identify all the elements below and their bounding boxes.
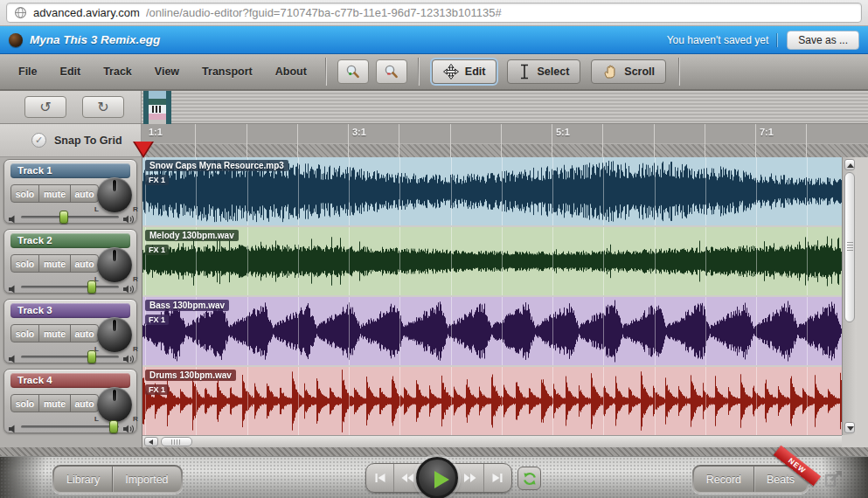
volume-min-icon [9, 281, 17, 297]
skip-start-icon [374, 473, 386, 483]
bottom-dock: Library Imported [0, 456, 868, 498]
pan-left-label: L [94, 415, 99, 423]
export-button[interactable] [823, 468, 845, 489]
ruler-tick [755, 124, 756, 157]
record-button[interactable]: Record [694, 467, 753, 492]
up-arrow-icon [847, 163, 854, 168]
fast-forward-button[interactable] [456, 464, 484, 492]
ruler-tick [806, 124, 807, 157]
solo-button[interactable]: solo [10, 324, 39, 342]
ruler-tick [195, 124, 196, 157]
waveform-lanes-column: Drums 130bpm.wavFX 1Bass 130bpm.wavFX 1M… [142, 157, 868, 447]
track-buttons: solomuteauto [10, 394, 99, 412]
ruler-label: 7:1 [760, 127, 774, 137]
audio-clip-lane[interactable]: Bass 130bpm.wavFX 1 [142, 297, 842, 365]
redo-button[interactable] [82, 96, 124, 118]
volume-handle[interactable] [87, 280, 96, 294]
minimap-track4-stripe [149, 114, 166, 120]
scroll-down-button[interactable] [844, 422, 855, 433]
snap-to-grid-checkbox[interactable] [31, 133, 46, 148]
auto-button[interactable]: auto [70, 184, 99, 203]
track-header: Track 2solomuteautoLR [3, 229, 137, 294]
menu-view[interactable]: View [143, 60, 191, 83]
track-title[interactable]: Track 3 [10, 303, 130, 318]
myna-bird-icon [9, 33, 23, 47]
playhead-marker[interactable] [133, 142, 154, 158]
audio-clip-lane[interactable]: Snow Caps Myna Resource.mp3FX 1 [142, 157, 842, 225]
fast-forward-icon [463, 473, 476, 483]
library-button[interactable]: Library [54, 467, 112, 492]
menu-transport[interactable]: Transport [191, 60, 264, 83]
track-title[interactable]: Track 1 [10, 163, 130, 178]
save-as-button[interactable]: Save as ... [787, 31, 859, 50]
auto-button[interactable]: auto [70, 324, 99, 342]
fx-badge: FX 1 [145, 245, 169, 255]
ruler-hatch-band [142, 143, 868, 157]
menu-track[interactable]: Track [92, 60, 143, 83]
pan-knob[interactable] [97, 317, 132, 352]
menu-bar: FileEditTrackViewTransportAbout [0, 54, 868, 91]
pan-knob[interactable] [97, 387, 132, 422]
volume-min-icon [9, 351, 17, 367]
app-title-bar: Myna This 3 Remix.egg You haven't saved … [0, 26, 868, 54]
left-arrow-icon [149, 439, 153, 445]
loop-button[interactable] [517, 467, 541, 490]
track-title[interactable]: Track 2 [10, 233, 130, 248]
hatch-divider [0, 447, 868, 456]
audio-clip-lane[interactable]: Drums 130bpm.wavFX 1 [142, 367, 842, 435]
volume-handle[interactable] [109, 420, 118, 433]
url-field[interactable]: advanced.aviary.com/online/audio-editor?… [6, 3, 862, 23]
scroll-mode-button[interactable]: Scroll [591, 59, 666, 84]
mute-button[interactable]: mute [38, 324, 71, 342]
edit-mode-button[interactable]: Edit [432, 59, 497, 84]
pan-knob[interactable] [97, 247, 132, 282]
volume-slider[interactable] [21, 216, 119, 218]
volume-slider[interactable] [21, 286, 119, 288]
play-button[interactable] [416, 457, 458, 498]
zoom-in-button[interactable] [337, 59, 369, 84]
volume-slider[interactable] [21, 356, 119, 358]
zoom-out-button[interactable] [376, 59, 407, 84]
mode-label: Scroll [624, 66, 655, 78]
clip-name-label: Snow Caps Myna Resource.mp3 [145, 160, 288, 171]
select-mode-button[interactable]: Select [507, 59, 580, 84]
waveform-canvas [142, 227, 842, 295]
track-area: Track 1solomuteautoLRTrack 2solomuteauto… [0, 157, 868, 447]
volume-handle[interactable] [87, 350, 96, 363]
mute-button[interactable]: mute [38, 254, 71, 273]
mute-button[interactable]: mute [38, 394, 71, 412]
vertical-scroll-thumb[interactable] [844, 172, 855, 322]
horizontal-scrollbar [142, 435, 842, 447]
track-title[interactable]: Track 4 [10, 373, 130, 388]
solo-button[interactable]: solo [10, 394, 39, 412]
audio-clip-lane[interactable]: Melody 130bpm.wavFX 1 [142, 227, 842, 295]
minimap-zoom-handle[interactable] [143, 91, 171, 124]
skip-to-end-button[interactable] [484, 464, 511, 492]
menu-file[interactable]: File [7, 60, 49, 83]
scroll-left-button[interactable] [144, 437, 158, 446]
solo-button[interactable]: solo [10, 254, 39, 273]
ruler-tick [705, 124, 705, 157]
browser-address-bar: advanced.aviary.com/online/audio-editor?… [0, 0, 868, 26]
zoom-in-icon [344, 64, 361, 80]
mode-label: Edit [465, 66, 486, 78]
move-cursor-icon [443, 64, 459, 80]
mute-button[interactable]: mute [38, 184, 71, 203]
menu-about[interactable]: About [264, 60, 318, 83]
undo-button[interactable] [24, 96, 66, 118]
ruler-label: 3:1 [352, 127, 366, 137]
imported-button[interactable]: Imported [112, 467, 180, 492]
horizontal-scroll-thumb[interactable] [161, 437, 192, 446]
timeline-ruler[interactable]: 1:13:15:17:1 [142, 124, 868, 157]
auto-button[interactable]: auto [70, 394, 99, 412]
volume-min-icon [9, 421, 17, 437]
track-header: Track 3solomuteautoLR [3, 299, 137, 363]
scroll-up-button[interactable] [844, 159, 855, 170]
volume-handle[interactable] [59, 211, 68, 224]
skip-to-start-button[interactable] [366, 464, 394, 492]
auto-button[interactable]: auto [70, 254, 99, 273]
volume-slider[interactable] [21, 425, 119, 428]
menu-edit[interactable]: Edit [49, 60, 93, 83]
solo-button[interactable]: solo [10, 184, 39, 203]
pan-knob[interactable] [97, 177, 132, 212]
